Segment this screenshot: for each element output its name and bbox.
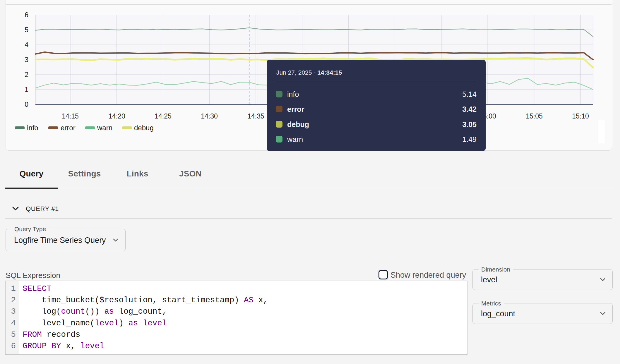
svg-text:15:05: 15:05	[526, 112, 543, 120]
svg-text:0: 0	[25, 101, 28, 108]
svg-text:14:35: 14:35	[247, 112, 264, 120]
svg-text:14:30: 14:30	[201, 112, 218, 120]
svg-text:15:10: 15:10	[572, 112, 589, 120]
svg-text:1: 1	[25, 86, 28, 93]
svg-text:4: 4	[25, 41, 28, 49]
svg-text:14:25: 14:25	[155, 112, 172, 120]
svg-text:5: 5	[25, 26, 28, 34]
svg-text:14:20: 14:20	[108, 112, 125, 120]
svg-text:14:15: 14:15	[62, 112, 79, 120]
svg-text:2: 2	[25, 71, 28, 78]
svg-text:6: 6	[25, 11, 28, 19]
svg-text:3: 3	[25, 56, 28, 63]
